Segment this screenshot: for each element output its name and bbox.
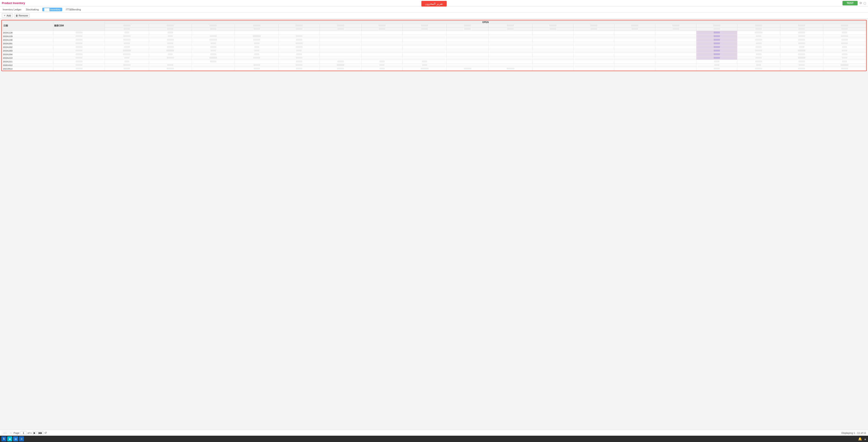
- data-cell: [192, 63, 235, 67]
- data-cell: [362, 45, 403, 49]
- settings-icon[interactable]: ⚙: [860, 1, 862, 5]
- cbm-cell: [53, 42, 105, 45]
- cbm-cell: [53, 67, 105, 71]
- data-cell: [446, 53, 489, 56]
- data-cell: [192, 53, 235, 56]
- sub-col-header-1: [105, 28, 149, 31]
- table-row[interactable]: 20191202: [2, 45, 866, 49]
- data-cell: [446, 60, 489, 63]
- app-title: Product Inventory: [2, 2, 25, 5]
- data-cell: [279, 63, 320, 67]
- table-row[interactable]: 20191129: [2, 35, 866, 38]
- tab-itt-blending[interactable]: ITT&Blending: [65, 8, 82, 11]
- remove-button[interactable]: 🗑 Remove: [14, 13, 30, 18]
- tabs-bar: Inventory Ledger Stocktaking ███ Invento…: [0, 6, 868, 13]
- data-cell: [235, 63, 278, 67]
- table-row[interactable]: 20191130: [2, 38, 866, 42]
- tab-stocktaking[interactable]: Stocktaking: [25, 8, 40, 11]
- col-header-4: [235, 24, 278, 28]
- data-cell: [403, 56, 446, 60]
- table-row[interactable]: 20191211: [2, 60, 866, 63]
- data-cell: [149, 31, 192, 35]
- data-cell: [780, 38, 823, 42]
- data-cell: [737, 45, 780, 49]
- data-cell: [279, 53, 320, 56]
- data-cell: [320, 67, 362, 71]
- inventory-table: 日期 顾客CBM OPEN: [2, 20, 866, 71]
- data-cell: [362, 35, 403, 38]
- table-row[interactable]: 20191203: [2, 49, 866, 53]
- data-cell: [149, 60, 192, 63]
- cbm-cell: [53, 38, 105, 42]
- date-cell: 20191130: [2, 38, 53, 42]
- date-header: 日期: [2, 21, 53, 31]
- data-cell: [149, 67, 192, 71]
- data-cell: [362, 31, 403, 35]
- data-cell: [105, 56, 149, 60]
- data-cell: [737, 42, 780, 45]
- data-cell: [362, 60, 403, 63]
- data-cell: [737, 56, 780, 60]
- data-cell: [235, 35, 278, 38]
- data-cell: [105, 35, 149, 38]
- data-cell: [192, 45, 235, 49]
- remove-icon: 🗑: [16, 14, 18, 17]
- data-cell: [403, 53, 446, 56]
- data-cell: [655, 38, 696, 42]
- table-row[interactable]: 20191201: [2, 42, 866, 45]
- cbm-header: 顾客CBM: [53, 21, 105, 31]
- table-row[interactable]: 20201012: [2, 63, 866, 67]
- data-cell: [446, 67, 489, 71]
- data-cell: [532, 35, 573, 38]
- window-icon[interactable]: ▢: [864, 1, 866, 5]
- data-cell: [446, 35, 489, 38]
- data-cell: [362, 53, 403, 56]
- add-button[interactable]: ＋ Add: [2, 13, 13, 18]
- data-cell: [489, 67, 532, 71]
- report-button[interactable]: تقرير المخزون: [421, 1, 447, 6]
- cbm-cell: [53, 49, 105, 53]
- data-cell: [320, 49, 362, 53]
- data-cell: [320, 53, 362, 56]
- sub-col-header-17: [780, 28, 823, 31]
- table-row[interactable]: 20210514: [2, 67, 866, 71]
- data-cell: [489, 42, 532, 45]
- data-cell: [823, 49, 866, 53]
- table-row[interactable]: 20191210: [2, 56, 866, 60]
- tab-inventory[interactable]: ███ Inventory: [42, 8, 62, 11]
- data-cell: [823, 63, 866, 67]
- data-cell: [737, 63, 780, 67]
- data-cell: [446, 31, 489, 35]
- data-cell: [823, 31, 866, 35]
- tab-inventory-ledger[interactable]: Inventory Ledger: [2, 8, 22, 11]
- data-cell: [780, 31, 823, 35]
- data-cell: [737, 60, 780, 63]
- data-cell: [489, 38, 532, 42]
- data-cell: [780, 63, 823, 67]
- data-cell: [403, 38, 446, 42]
- data-cell: [737, 49, 780, 53]
- data-cell: [532, 31, 573, 35]
- data-cell: [235, 67, 278, 71]
- data-cell: [362, 49, 403, 53]
- data-cell: [696, 38, 737, 42]
- data-cell: [574, 42, 614, 45]
- data-cell: [532, 49, 573, 53]
- table-row[interactable]: 20191204: [2, 53, 866, 56]
- col-header-7: [362, 24, 403, 28]
- data-cell: [320, 56, 362, 60]
- col-header-6: [320, 24, 362, 28]
- data-cell: [446, 56, 489, 60]
- date-cell: 20191211: [2, 60, 53, 63]
- data-cell: [403, 49, 446, 53]
- table-row[interactable]: 20191128: [2, 31, 866, 35]
- data-cell: [655, 49, 696, 53]
- data-cell: [192, 49, 235, 53]
- sub-col-header-10: [489, 28, 532, 31]
- data-cell: [655, 67, 696, 71]
- data-cell: [780, 53, 823, 56]
- sub-col-header-13: [614, 28, 655, 31]
- main-content: 日期 顾客CBM OPEN: [0, 19, 868, 72]
- open-label-header: OPEN: [105, 21, 866, 24]
- col-header-1: [105, 24, 149, 28]
